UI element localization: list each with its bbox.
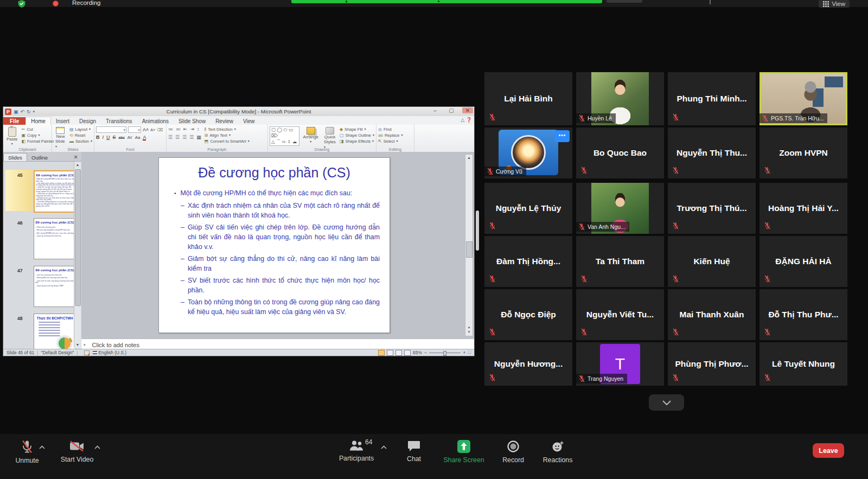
participant-tile[interactable]: Kiến Huệ: [668, 236, 756, 287]
slideshow-view-button[interactable]: [404, 350, 411, 356]
ribbon-tab-design[interactable]: Design: [74, 117, 101, 125]
replace-button[interactable]: abReplace▾: [378, 132, 412, 138]
shape-effects-button[interactable]: ◨Shape Effects▾: [340, 138, 374, 144]
participant-tile[interactable]: Phung Thi Minh...: [668, 72, 756, 125]
help-icon[interactable]: △ ❓: [461, 117, 472, 123]
participants-caret[interactable]: [381, 442, 387, 451]
ribbon-tab-review[interactable]: Review: [210, 117, 238, 125]
participant-tile[interactable]: Trương Thị Thú...: [668, 183, 756, 234]
participant-tile[interactable]: Mai Thanh Xuân: [668, 289, 756, 340]
numbering-button[interactable]: ≕: [176, 126, 181, 132]
slides-tab[interactable]: Slides: [3, 153, 27, 161]
language-label[interactable]: English (U.S.): [99, 350, 127, 355]
grow-font-button[interactable]: A˄: [143, 127, 149, 133]
change-case-button[interactable]: Aa: [135, 135, 141, 140]
notes-splitter-icon[interactable]: ▾: [81, 343, 86, 347]
columns-button[interactable]: ▦: [196, 135, 201, 140]
participant-tile[interactable]: TTrang Nguyen: [576, 342, 664, 386]
share-screen-control[interactable]: Share Screen: [437, 439, 491, 464]
maximize-button[interactable]: ▢: [446, 107, 457, 113]
slide-canvas[interactable]: Đề cương học phần (CS) •Một đề cương HP/…: [158, 157, 390, 333]
clear-formatting-icon[interactable]: ⌫: [157, 127, 163, 133]
zoom-slider[interactable]: [429, 353, 461, 353]
section-button[interactable]: ▬Section▾: [69, 138, 92, 144]
reset-button[interactable]: ⟲Reset: [69, 132, 92, 138]
participant-tile[interactable]: Huyền Lê: [576, 72, 664, 125]
participant-tile[interactable]: ĐẶNG HẢI HÀ: [760, 236, 847, 287]
zoom-out-button[interactable]: −: [424, 350, 427, 355]
participant-tile[interactable]: Nguyễn Lệ Thủy: [484, 183, 572, 234]
ribbon-tab-insert[interactable]: Insert: [51, 117, 74, 125]
participant-tile[interactable]: PGS.TS. Trần Hữu...: [760, 72, 847, 125]
scrollbar-thumb[interactable]: [466, 241, 473, 258]
previous-next-slide-buttons[interactable]: ▲▼: [465, 325, 473, 335]
line-spacing-button[interactable]: ↕: [197, 126, 200, 132]
participant-tile[interactable]: Lại Hải Bình: [484, 72, 572, 125]
convert-smartart-button[interactable]: ⬒Convert to SmartArt▾: [205, 138, 250, 144]
slide-thumbnail[interactable]: Đề cương học phần (CS)– Phát triển chươn…: [34, 218, 76, 259]
gallery-scroll-down-button[interactable]: [649, 394, 684, 411]
ppt-title-bar[interactable]: P ▣ ↶ ↻ ▾ Curriculum in CS [Compatibilit…: [3, 107, 474, 116]
participant-tile[interactable]: Đỗ Ngọc Điệp: [484, 289, 572, 340]
panel-resize-handle[interactable]: [476, 210, 479, 251]
participant-tile[interactable]: Lê Tuyết Nhung: [760, 342, 847, 386]
participant-tile[interactable]: Hoàng Thị Hải Y...: [760, 183, 847, 234]
leave-button[interactable]: Leave: [813, 443, 844, 458]
align-right-button[interactable]: ☰: [182, 135, 187, 140]
participant-tile[interactable]: Ta Thi Tham: [576, 236, 664, 287]
participants-control[interactable]: Participants: [329, 439, 384, 462]
close-button[interactable]: ✕: [462, 107, 473, 113]
editor-scrollbar[interactable]: ▲ ▲▼: [465, 154, 473, 336]
align-left-button[interactable]: ☰: [168, 135, 173, 140]
security-shield-icon[interactable]: [18, 0, 25, 10]
select-button[interactable]: ⇱Select▾: [378, 138, 412, 144]
ribbon-tab-transitions[interactable]: Transitions: [101, 117, 137, 125]
chat-control[interactable]: Chat: [387, 439, 441, 463]
mic-options-caret[interactable]: [39, 442, 45, 451]
close-panel-icon[interactable]: ✕: [71, 154, 81, 161]
participant-tile[interactable]: Nguyễn Thị Thu...: [668, 127, 756, 178]
view-button[interactable]: View: [819, 0, 850, 8]
zoom-slider-thumb[interactable]: [443, 351, 446, 356]
new-slide-button[interactable]: New Slide ▾: [54, 126, 67, 149]
proofing-icon[interactable]: [84, 350, 90, 355]
font-size-combobox[interactable]: ▾: [128, 126, 141, 133]
panel-scrollbar[interactable]: ▲ ▼: [74, 162, 81, 348]
ribbon-tab-view[interactable]: View: [238, 117, 260, 125]
reading-view-button[interactable]: [395, 350, 402, 356]
fit-to-window-icon[interactable]: ⛶: [468, 350, 471, 355]
scroll-up-icon[interactable]: ▲: [465, 155, 473, 161]
minimize-button[interactable]: –: [430, 107, 441, 113]
decrease-indent-button[interactable]: ⇤: [183, 126, 188, 132]
participant-tile[interactable]: Nguyễn Viết Tu...: [576, 289, 664, 340]
shrink-font-button[interactable]: A˅: [150, 127, 155, 133]
participant-tile[interactable]: Van Anh Ngu...: [576, 183, 664, 234]
participant-tile[interactable]: Nguyễn Hương...: [484, 342, 572, 386]
format-painter-button[interactable]: ◧Format Painter: [21, 138, 54, 144]
reactions-control[interactable]: Reactions: [531, 439, 585, 464]
shape-outline-button[interactable]: ▢Shape Outline▾: [340, 132, 374, 138]
bullets-button[interactable]: ≔: [168, 126, 173, 132]
ribbon-tab-home[interactable]: Home: [25, 117, 51, 125]
normal-view-button[interactable]: [378, 350, 385, 356]
justify-button[interactable]: ☰: [189, 135, 194, 140]
participant-tile[interactable]: Zoom HVPN: [760, 127, 847, 178]
align-text-button[interactable]: ⊞Align Text▾: [205, 132, 250, 138]
text-direction-button[interactable]: ⫴Text Direction▾: [205, 126, 250, 132]
scroll-up-icon[interactable]: ▲: [74, 162, 81, 168]
copy-button[interactable]: ▣Copy▾: [21, 132, 54, 138]
slide-sorter-view-button[interactable]: [387, 350, 393, 356]
arrange-button[interactable]: Arrange▾: [302, 126, 320, 150]
ribbon-tab-file[interactable]: File: [3, 117, 25, 125]
find-button[interactable]: ◎Find: [378, 126, 412, 132]
italic-button[interactable]: I: [103, 135, 104, 140]
unmute-control[interactable]: Unmute: [0, 439, 54, 464]
font-name-combobox[interactable]: ▾: [96, 126, 126, 133]
cut-button[interactable]: ✂Cut: [21, 126, 54, 132]
scroll-down-icon[interactable]: ▼: [74, 342, 81, 348]
bold-button[interactable]: B: [96, 135, 100, 140]
increase-indent-button[interactable]: ⇥: [190, 126, 195, 132]
tile-options-button[interactable]: •••: [555, 130, 570, 142]
participant-tile[interactable]: Đỗ Thị Thu Phư...: [760, 289, 847, 340]
shadow-button[interactable]: abc: [119, 135, 125, 140]
